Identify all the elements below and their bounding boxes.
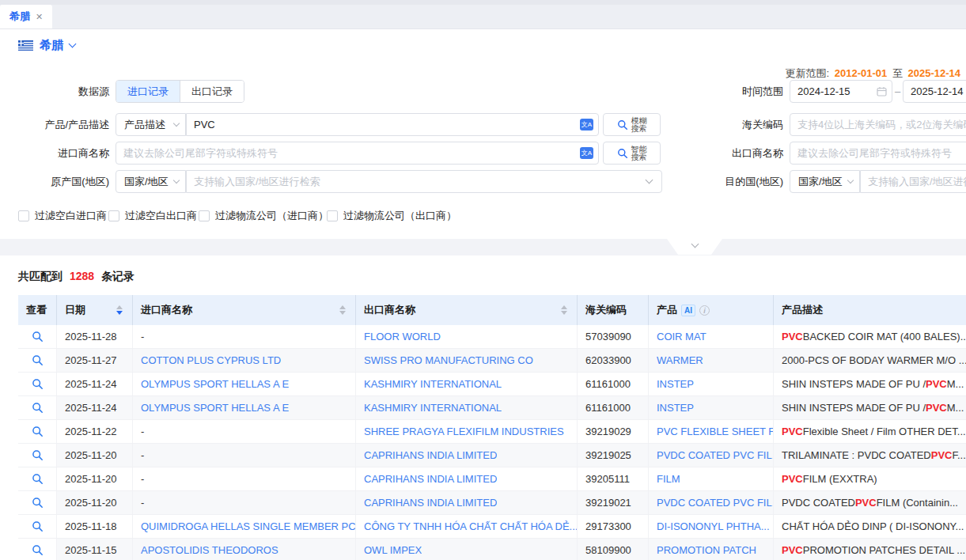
filter-checkbox-0[interactable]: 过滤空白进口商 <box>18 209 107 223</box>
exporter-link[interactable]: CAPRIHANS INDIA LIMITED <box>364 449 497 461</box>
importer-input[interactable] <box>123 147 580 159</box>
exporter-field[interactable] <box>790 142 966 165</box>
importer-field[interactable]: 文A <box>116 142 599 165</box>
product-link[interactable]: PVDC COATED PVC FIL... <box>657 497 773 509</box>
product-search-field[interactable]: 文A <box>186 113 599 136</box>
filter-checkbox-3[interactable]: 过滤物流公司（出口商） <box>327 209 456 223</box>
calendar-icon <box>877 86 887 96</box>
sort-importer-control[interactable] <box>339 305 346 315</box>
exporter-link[interactable]: KASHMIRY INTERNATIONAL <box>364 378 502 390</box>
product-link[interactable]: PVC FLEXIBLE SHEET F... <box>657 426 773 437</box>
translate-icon[interactable]: 文A <box>580 147 593 159</box>
importer-cell: OLYMPUS SPORT HELLAS A E <box>133 396 356 419</box>
product-link[interactable]: COIR MAT <box>657 331 707 342</box>
product-link[interactable]: PROMOTION PATCH <box>657 544 756 556</box>
origin-country-field[interactable] <box>186 170 662 193</box>
exporter-link[interactable]: FLOOR WORLD <box>364 331 441 342</box>
trade-data-app: 希腊 ✕ 希腊 更新范围: 2012-01-01 至 2025-12-14 数据… <box>0 0 966 560</box>
checkbox-label: 过滤物流公司（出口商） <box>343 209 456 223</box>
end-date-input[interactable] <box>911 85 966 97</box>
product-type-select[interactable]: 产品描述 <box>116 113 186 136</box>
product-link[interactable]: INSTEP <box>657 378 694 390</box>
checkbox-icon[interactable] <box>108 210 119 221</box>
fuzzy-search-button[interactable]: 模糊 搜索 <box>603 113 661 136</box>
destination-country-select[interactable]: 国家/地区 <box>790 170 860 193</box>
filter-checkbox-1[interactable]: 过滤空白出口商 <box>108 209 197 223</box>
view-record-icon[interactable] <box>32 331 44 342</box>
importer-link[interactable]: OLYMPUS SPORT HELLAS A E <box>141 402 289 414</box>
table-row: 2025-11-24OLYMPUS SPORT HELLAS A EKASHMI… <box>18 373 966 396</box>
hs-code-cell: 39205111 <box>578 467 649 490</box>
exporter-input[interactable] <box>797 147 966 159</box>
product-cell: DI-ISONONYL PHTHA... <box>649 515 774 538</box>
product-search-input[interactable] <box>194 119 580 131</box>
product-cell: WARMER <box>649 349 774 372</box>
origin-country-select[interactable]: 国家/地区 <box>116 170 186 193</box>
product-link[interactable]: PVDC COATED PVC FIL... <box>657 449 773 461</box>
sort-exporter-control[interactable] <box>561 305 567 315</box>
importer-cell: - <box>133 467 356 490</box>
view-record-icon[interactable] <box>32 426 44 437</box>
product-cell: INSTEP <box>649 396 774 419</box>
smart-search-button[interactable]: 智能 搜索 <box>603 142 661 165</box>
destination-select-value: 国家/地区 <box>798 175 843 189</box>
view-record-icon[interactable] <box>32 449 44 461</box>
description-text: M... <box>947 378 964 390</box>
translate-icon[interactable]: 文A <box>580 119 593 131</box>
product-label: 产品/产品描述 <box>0 113 109 136</box>
hs-code-input[interactable] <box>797 119 966 131</box>
product-link[interactable]: FILM <box>657 473 680 485</box>
date-cell: 2025-11-28 <box>57 325 133 348</box>
exporter-link[interactable]: SHREE PRAGYA FLEXIFILM INDUSTRIES <box>364 426 564 437</box>
importer-link[interactable]: APOSTOLIDIS THEODOROS <box>141 544 278 556</box>
hs-code-cell: 29173300 <box>578 515 649 538</box>
table-row: 2025-11-20-CAPRIHANS INDIA LIMITED392190… <box>18 444 966 467</box>
chevron-down-icon[interactable] <box>69 40 77 48</box>
view-record-icon[interactable] <box>32 354 44 366</box>
tab-greece[interactable]: 希腊 ✕ <box>0 5 52 28</box>
description-cell: PVC Flexible Sheet / Film OTHER DET... <box>774 420 966 443</box>
description-text: Flexible Sheet / Film OTHER DET... <box>803 426 966 437</box>
hs-code-field[interactable] <box>790 113 966 136</box>
close-icon[interactable]: ✕ <box>36 12 43 22</box>
date-cell: 2025-11-22 <box>57 420 133 443</box>
info-icon[interactable]: i <box>699 305 710 316</box>
tab-import-records[interactable]: 进口记录 <box>116 81 180 102</box>
destination-country-input[interactable] <box>868 176 966 187</box>
exporter-link[interactable]: CAPRIHANS INDIA LIMITED <box>364 473 497 485</box>
exporter-link[interactable]: KASHMIRY INTERNATIONAL <box>364 402 502 414</box>
exporter-link[interactable]: CÔNG TY TNHH HÓA CHẤT CHẤT HÓA DẺ... <box>364 520 577 532</box>
chevron-down-icon <box>173 176 180 183</box>
product-link[interactable]: DI-ISONONYL PHTHA... <box>657 520 770 532</box>
product-cell: COIR MAT <box>649 325 774 348</box>
checkbox-icon[interactable] <box>18 210 29 221</box>
view-record-icon[interactable] <box>32 402 44 414</box>
view-record-icon[interactable] <box>32 520 44 532</box>
exporter-link[interactable]: CAPRIHANS INDIA LIMITED <box>364 497 497 509</box>
destination-country-field[interactable] <box>860 170 966 193</box>
importer-link[interactable]: QUIMIDROGA HELLAS SINGLE MEMBER PC <box>141 520 355 532</box>
view-cell <box>18 325 57 348</box>
product-link[interactable]: WARMER <box>657 354 703 366</box>
start-date-field[interactable] <box>790 80 892 103</box>
product-link[interactable]: INSTEP <box>657 402 694 414</box>
description-text: PROMOTION PATCHES DETAIL ... <box>803 544 965 556</box>
exporter-link[interactable]: OWL IMPEX <box>364 544 422 556</box>
exporter-cell: SWISS PRO MANUFACTURING CO <box>356 349 578 372</box>
view-record-icon[interactable] <box>32 497 44 509</box>
end-date-field[interactable] <box>903 80 966 103</box>
exporter-link[interactable]: SWISS PRO MANUFACTURING CO <box>364 354 533 366</box>
sort-date-control[interactable] <box>116 305 123 315</box>
importer-link[interactable]: COTTON PLUS CYPRUS LTD <box>141 354 281 366</box>
tab-export-records[interactable]: 出口记录 <box>180 81 244 102</box>
filter-checkbox-2[interactable]: 过滤物流公司（进口商） <box>199 209 328 223</box>
checkbox-icon[interactable] <box>199 210 210 221</box>
start-date-input[interactable] <box>797 85 877 97</box>
checkbox-icon[interactable] <box>327 210 338 221</box>
origin-country-input[interactable] <box>194 176 646 187</box>
description-text: FILM (Containin... <box>877 497 958 509</box>
view-record-icon[interactable] <box>32 544 44 556</box>
view-record-icon[interactable] <box>32 473 44 485</box>
importer-link[interactable]: OLYMPUS SPORT HELLAS A E <box>141 378 289 390</box>
view-record-icon[interactable] <box>32 378 44 390</box>
